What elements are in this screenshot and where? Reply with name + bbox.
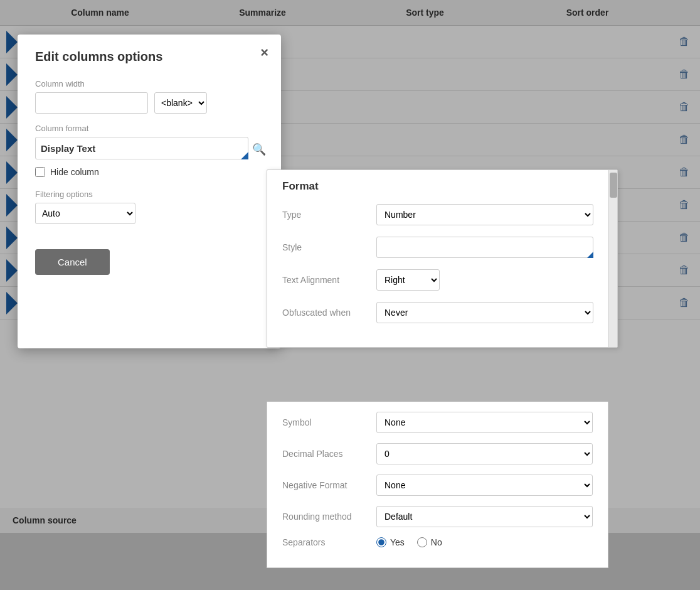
format-panel: Format Type Number Text Date Boolean Sty… [267, 169, 618, 348]
type-row: Type Number Text Date Boolean [282, 204, 593, 225]
rounding-method-row: Rounding method Default Round up Round d… [282, 506, 593, 527]
scrollbar-thumb [610, 173, 617, 198]
decimal-places-row: Decimal Places 0 1 2 3 4 [282, 443, 593, 464]
style-corner-indicator [587, 252, 593, 258]
filtering-options-label: Filtering options [35, 190, 263, 199]
separators-no-label[interactable]: No [417, 537, 442, 547]
obfuscated-label: Obfuscated when [282, 308, 376, 318]
obfuscated-row: Obfuscated when Never Always When empty [282, 302, 593, 323]
filtering-options-select[interactable]: Auto [35, 203, 135, 224]
symbol-row: Symbol None $ € £ % [282, 412, 593, 433]
hide-column-checkbox[interactable] [35, 167, 45, 177]
obfuscated-select[interactable]: Never Always When empty [376, 302, 593, 323]
column-width-input[interactable] [35, 92, 148, 114]
text-alignment-select[interactable]: Left Center Right [376, 269, 440, 291]
separators-no-radio[interactable] [417, 537, 427, 547]
column-format-input[interactable] [35, 137, 248, 159]
search-icon: 🔍 [252, 143, 266, 156]
extra-fields-panel: Symbol None $ € £ % Decimal Places 0 1 2… [267, 402, 608, 568]
modal-title: Edit columns options [35, 50, 263, 64]
column-width-row: <blank> [35, 92, 263, 114]
hide-column-row: Hide column [35, 167, 263, 177]
text-alignment-row: Text Alignment Left Center Right [282, 269, 593, 291]
blank-select[interactable]: <blank> [154, 92, 207, 114]
separators-row: Separators Yes No [282, 537, 593, 547]
separators-label: Separators [282, 537, 376, 547]
style-row: Style [282, 237, 593, 258]
column-format-wrapper [35, 137, 248, 159]
rounding-method-select[interactable]: Default Round up Round down Truncate [376, 506, 593, 527]
rounding-method-label: Rounding method [282, 512, 376, 522]
negative-format-label: Negative Format [282, 480, 376, 490]
type-label: Type [282, 210, 376, 220]
cancel-button[interactable]: Cancel [35, 249, 110, 275]
negative-format-select[interactable]: None -1234 (1234) 1234- [376, 475, 593, 496]
decimal-places-select[interactable]: 0 1 2 3 4 [376, 443, 593, 464]
separators-yes-label[interactable]: Yes [376, 537, 405, 547]
search-button[interactable]: 🔍 [252, 142, 266, 156]
type-select[interactable]: Number Text Date Boolean [376, 204, 593, 225]
style-input[interactable] [376, 237, 593, 258]
decimal-places-label: Decimal Places [282, 449, 376, 459]
scrollbar[interactable] [608, 170, 617, 347]
separators-yes-radio[interactable] [376, 537, 386, 547]
format-corner-indicator [241, 152, 248, 159]
column-width-label: Column width [35, 79, 263, 88]
negative-format-row: Negative Format None -1234 (1234) 1234- [282, 475, 593, 496]
symbol-select[interactable]: None $ € £ % [376, 412, 593, 433]
separators-radio-group: Yes No [376, 537, 593, 547]
close-button[interactable]: × [260, 45, 268, 61]
style-label: Style [282, 242, 376, 252]
symbol-label: Symbol [282, 417, 376, 427]
text-alignment-label: Text Alignment [282, 275, 376, 285]
edit-columns-modal: Edit columns options × Column width <bla… [18, 35, 281, 348]
column-format-label: Column format [35, 124, 263, 133]
format-panel-title: Format [282, 180, 593, 193]
hide-column-label[interactable]: Hide column [50, 167, 99, 177]
